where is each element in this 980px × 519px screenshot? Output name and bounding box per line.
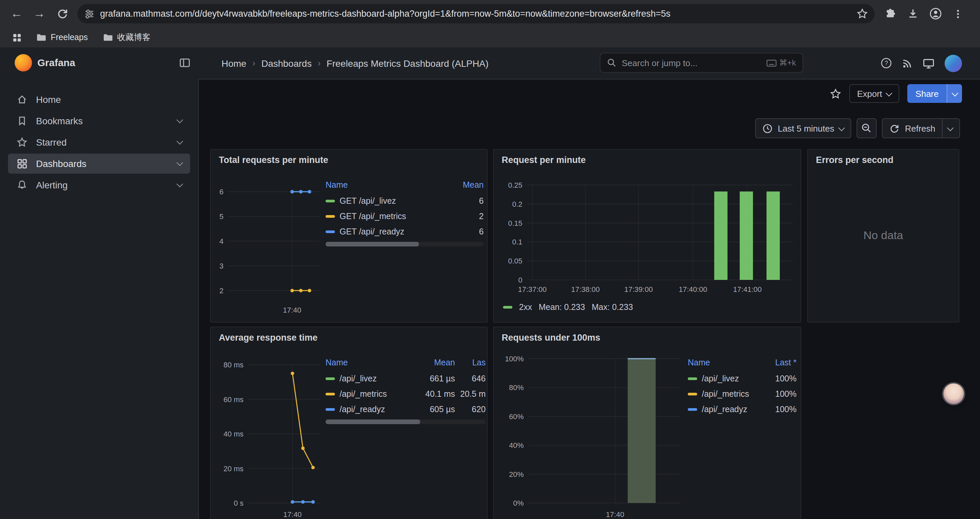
legend-row[interactable]: /api/_livez661 µs646	[326, 371, 486, 386]
series-marker	[326, 230, 335, 233]
share-label[interactable]: Share	[908, 84, 947, 103]
legend-column-header[interactable]: Las	[455, 358, 486, 367]
scrollbar-thumb[interactable]	[326, 242, 419, 246]
panel-title[interactable]: Errors per second	[816, 155, 894, 165]
divider	[942, 119, 943, 137]
series-value: 2	[446, 211, 484, 221]
reload-button[interactable]	[51, 2, 73, 25]
browser-menu-button[interactable]	[948, 4, 968, 24]
breadcrumb: Home › Dashboards › Freeleaps Metrics Da…	[221, 48, 488, 79]
series-name: GET /api/_metrics	[340, 211, 406, 221]
bookmark-item-blog[interactable]: 收藏博客	[97, 29, 156, 45]
sidebar-item-home[interactable]: Home	[8, 89, 190, 110]
site-settings-icon[interactable]	[84, 8, 95, 19]
bookmark-item-freeleaps[interactable]: Freeleaps	[31, 29, 93, 45]
legend-column-header[interactable]: Mean	[446, 180, 484, 190]
breadcrumb-dashboards[interactable]: Dashboards	[261, 58, 312, 69]
series-marker	[326, 215, 335, 217]
chevron-down-icon[interactable]	[947, 124, 954, 131]
legend-column-header[interactable]: Name	[688, 358, 758, 367]
legend-row[interactable]: /api/_metrics40.1 ms20.5 m	[326, 386, 486, 401]
news-button[interactable]	[902, 58, 913, 69]
svg-text:2: 2	[220, 287, 223, 295]
legend-row[interactable]: /api/_metrics100%	[688, 386, 797, 401]
url-text: grafana.mathmast.com/d/deytv4rwavabkb/fr…	[100, 9, 851, 19]
sidebar-item-bookmarks[interactable]: Bookmarks	[8, 111, 190, 131]
series-value: 20.5 m	[455, 389, 486, 398]
download-button[interactable]	[903, 4, 923, 24]
rss-icon	[902, 58, 913, 69]
svg-text:0: 0	[519, 276, 522, 284]
breadcrumb-home[interactable]: Home	[221, 58, 247, 69]
legend-column-header[interactable]: Last *	[758, 358, 797, 367]
series-value: 6	[446, 227, 484, 236]
svg-text:20%: 20%	[509, 470, 524, 479]
svg-text:17:39:00: 17:39:00	[624, 285, 653, 294]
favorite-dashboard-button[interactable]	[830, 88, 841, 99]
help-button[interactable]: ?	[881, 57, 892, 69]
series-name: /api/_readyz	[702, 404, 747, 414]
legend-column-header[interactable]: Name	[326, 358, 412, 367]
legend-row[interactable]: GET /api/_metrics2	[326, 208, 484, 224]
series-marker	[326, 408, 335, 410]
sidebar-item-starred[interactable]: Starred	[8, 132, 190, 152]
time-range-picker[interactable]: Last 5 minutes	[755, 118, 851, 138]
series-marker	[688, 408, 697, 410]
browser-toolbar: ← → grafana.mathmast.com/d/deytv4rwavabk…	[0, 0, 980, 27]
legend-row[interactable]: GET /api/_readyz6	[326, 224, 484, 239]
legend-scrollbar[interactable]	[326, 242, 484, 246]
legend-row[interactable]: GET /api/_livez6	[326, 193, 484, 208]
series-value: 100%	[758, 389, 797, 398]
sidebar-item-dashboards[interactable]: Dashboards	[8, 153, 190, 174]
help-icon: ?	[881, 57, 892, 69]
svg-text:17:40: 17:40	[283, 510, 302, 519]
refresh-button[interactable]: Refresh	[882, 118, 960, 138]
sidebar-item-alerting[interactable]: Alerting	[8, 175, 190, 195]
forward-button[interactable]: →	[28, 2, 51, 25]
chevron-down-icon	[838, 124, 845, 131]
reload-icon	[56, 8, 68, 19]
browser-profile-button[interactable]	[925, 4, 945, 24]
export-button[interactable]: Export	[849, 84, 899, 103]
share-menu-button[interactable]	[947, 84, 962, 103]
series-name: GET /api/_readyz	[340, 227, 404, 236]
panel-legend[interactable]: 2xx Mean: 0.233 Max: 0.233	[503, 303, 633, 312]
mega-menu-toggle[interactable]	[179, 57, 191, 69]
legend-column-header[interactable]: Mean	[412, 358, 455, 367]
search-input[interactable]: Search or jump to... ⌘+k	[600, 53, 803, 73]
legend-row[interactable]: /api/_readyz100%	[688, 401, 797, 417]
star-icon	[16, 137, 28, 148]
share-button[interactable]: Share	[908, 84, 962, 103]
legend-row[interactable]: /api/_readyz605 µs620	[326, 401, 486, 417]
series-value: 661 µs	[412, 374, 455, 383]
url-bar[interactable]: grafana.mathmast.com/d/deytv4rwavabkb/fr…	[77, 4, 875, 23]
svg-text:60%: 60%	[509, 412, 524, 421]
sidebar-item-label: Dashboards	[36, 158, 169, 169]
panel-total-requests: Total requests per minute 6543217:40 Nam…	[210, 149, 488, 323]
series-value: 100%	[758, 404, 797, 414]
apps-shortcut-button[interactable]	[7, 27, 27, 48]
series-name: 2xx	[519, 303, 532, 312]
back-button[interactable]: ←	[5, 2, 28, 25]
scrollbar-thumb[interactable]	[326, 420, 420, 424]
panel-average-response-time: Average response time 80 ms60 ms40 ms20 …	[210, 327, 488, 519]
grafana-logo[interactable]	[15, 54, 32, 72]
svg-text:6: 6	[220, 188, 223, 196]
time-controls: Last 5 minutes Refresh	[755, 118, 960, 138]
extensions-button[interactable]	[880, 4, 900, 24]
svg-text:17:41:00: 17:41:00	[733, 285, 762, 294]
series-marker	[688, 377, 697, 380]
legend-row[interactable]: /api/_livez100%	[688, 371, 797, 386]
profile-icon	[929, 7, 942, 20]
series-name: /api/_livez	[702, 374, 739, 383]
legend-column-header[interactable]: Name	[326, 180, 446, 190]
bookmark-star-icon[interactable]	[857, 8, 868, 19]
floating-assistant-avatar[interactable]	[943, 383, 964, 404]
tv-mode-button[interactable]	[923, 57, 935, 69]
breadcrumb-current: Freeleaps Metrics Dashboard (ALPHA)	[326, 58, 488, 69]
refresh-icon	[889, 123, 900, 133]
user-avatar[interactable]	[945, 54, 962, 72]
monitor-icon	[923, 57, 935, 69]
zoom-out-button[interactable]	[857, 118, 877, 138]
legend-scrollbar[interactable]	[326, 420, 486, 424]
